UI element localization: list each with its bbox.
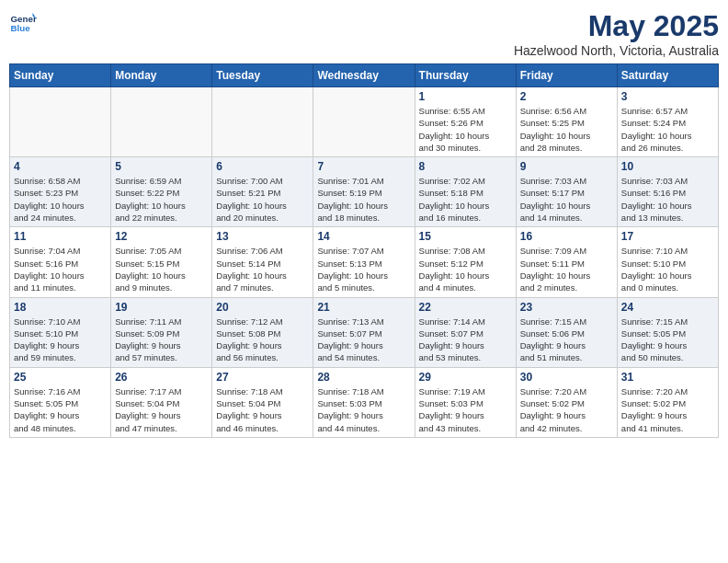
day-number: 22 (419, 301, 512, 314)
calendar-cell: 16Sunrise: 7:09 AMSunset: 5:11 PMDayligh… (516, 227, 617, 297)
day-info: Sunrise: 7:18 AMSunset: 5:03 PMDaylight:… (317, 385, 410, 434)
calendar-week-4: 18Sunrise: 7:10 AMSunset: 5:10 PMDayligh… (10, 297, 719, 367)
calendar-cell: 14Sunrise: 7:07 AMSunset: 5:13 PMDayligh… (313, 227, 415, 297)
day-number: 31 (621, 371, 714, 384)
calendar-week-3: 11Sunrise: 7:04 AMSunset: 5:16 PMDayligh… (10, 227, 719, 297)
day-number: 28 (317, 371, 410, 384)
day-number: 29 (419, 371, 512, 384)
weekday-monday: Monday (111, 64, 212, 87)
day-number: 18 (14, 301, 107, 314)
day-info: Sunrise: 7:09 AMSunset: 5:11 PMDaylight:… (520, 245, 613, 293)
calendar-cell (313, 87, 415, 157)
day-number: 8 (419, 160, 512, 173)
day-info: Sunrise: 7:03 AMSunset: 5:17 PMDaylight:… (520, 175, 613, 224)
calendar-cell: 12Sunrise: 7:05 AMSunset: 5:15 PMDayligh… (111, 227, 212, 297)
calendar-cell: 11Sunrise: 7:04 AMSunset: 5:16 PMDayligh… (10, 227, 111, 297)
calendar-cell: 10Sunrise: 7:03 AMSunset: 5:16 PMDayligh… (617, 157, 718, 227)
svg-text:Blue: Blue (11, 23, 31, 33)
day-info: Sunrise: 7:04 AMSunset: 5:16 PMDaylight:… (14, 245, 107, 293)
day-number: 30 (520, 371, 613, 384)
day-info: Sunrise: 7:03 AMSunset: 5:16 PMDaylight:… (621, 175, 714, 224)
day-info: Sunrise: 7:16 AMSunset: 5:05 PMDaylight:… (14, 385, 107, 434)
calendar-cell: 19Sunrise: 7:11 AMSunset: 5:09 PMDayligh… (111, 297, 212, 367)
calendar-cell (10, 87, 111, 157)
day-number: 26 (115, 371, 208, 384)
calendar-week-5: 25Sunrise: 7:16 AMSunset: 5:05 PMDayligh… (10, 367, 719, 437)
day-info: Sunrise: 6:56 AMSunset: 5:25 PMDaylight:… (520, 105, 613, 154)
day-number: 3 (621, 90, 714, 103)
day-info: Sunrise: 7:02 AMSunset: 5:18 PMDaylight:… (419, 175, 512, 224)
calendar-cell: 26Sunrise: 7:17 AMSunset: 5:04 PMDayligh… (111, 367, 212, 437)
day-info: Sunrise: 7:19 AMSunset: 5:03 PMDaylight:… (419, 385, 512, 434)
day-number: 16 (520, 230, 613, 243)
day-number: 17 (621, 230, 714, 243)
day-info: Sunrise: 7:18 AMSunset: 5:04 PMDaylight:… (216, 385, 309, 434)
day-number: 23 (520, 301, 613, 314)
calendar-cell: 13Sunrise: 7:06 AMSunset: 5:14 PMDayligh… (212, 227, 313, 297)
calendar-body: 1Sunrise: 6:55 AMSunset: 5:26 PMDaylight… (10, 87, 719, 438)
day-info: Sunrise: 7:12 AMSunset: 5:08 PMDaylight:… (216, 316, 309, 364)
weekday-header-row: SundayMondayTuesdayWednesdayThursdayFrid… (10, 64, 719, 87)
weekday-friday: Friday (516, 64, 617, 87)
day-number: 1 (419, 90, 512, 103)
calendar-cell: 29Sunrise: 7:19 AMSunset: 5:03 PMDayligh… (415, 367, 516, 437)
day-info: Sunrise: 7:15 AMSunset: 5:06 PMDaylight:… (520, 316, 613, 364)
weekday-saturday: Saturday (617, 64, 718, 87)
calendar-cell: 20Sunrise: 7:12 AMSunset: 5:08 PMDayligh… (212, 297, 313, 367)
logo: General Blue (9, 9, 37, 37)
calendar-cell: 27Sunrise: 7:18 AMSunset: 5:04 PMDayligh… (212, 367, 313, 437)
day-info: Sunrise: 7:11 AMSunset: 5:09 PMDaylight:… (115, 316, 208, 364)
day-info: Sunrise: 6:59 AMSunset: 5:22 PMDaylight:… (115, 175, 208, 224)
calendar-cell: 21Sunrise: 7:13 AMSunset: 5:07 PMDayligh… (313, 297, 415, 367)
weekday-thursday: Thursday (415, 64, 516, 87)
calendar-cell: 1Sunrise: 6:55 AMSunset: 5:26 PMDaylight… (415, 87, 516, 157)
page-header: General Blue May 2025 Hazelwood North, V… (9, 9, 719, 58)
title-area: May 2025 Hazelwood North, Victoria, Aust… (514, 9, 719, 58)
day-info: Sunrise: 7:13 AMSunset: 5:07 PMDaylight:… (317, 316, 410, 364)
day-info: Sunrise: 7:05 AMSunset: 5:15 PMDaylight:… (115, 245, 208, 293)
day-number: 13 (216, 230, 309, 243)
day-number: 4 (14, 160, 107, 173)
day-info: Sunrise: 7:20 AMSunset: 5:02 PMDaylight:… (621, 385, 714, 434)
day-info: Sunrise: 7:07 AMSunset: 5:13 PMDaylight:… (317, 245, 410, 293)
day-number: 15 (419, 230, 512, 243)
day-number: 2 (520, 90, 613, 103)
day-info: Sunrise: 7:17 AMSunset: 5:04 PMDaylight:… (115, 385, 208, 434)
day-number: 25 (14, 371, 107, 384)
calendar-cell: 6Sunrise: 7:00 AMSunset: 5:21 PMDaylight… (212, 157, 313, 227)
calendar-week-1: 1Sunrise: 6:55 AMSunset: 5:26 PMDaylight… (10, 87, 719, 157)
month-year-title: May 2025 (514, 9, 719, 43)
day-number: 21 (317, 301, 410, 314)
day-number: 10 (621, 160, 714, 173)
logo-icon: General Blue (9, 9, 37, 37)
day-info: Sunrise: 7:20 AMSunset: 5:02 PMDaylight:… (520, 385, 613, 434)
day-info: Sunrise: 7:00 AMSunset: 5:21 PMDaylight:… (216, 175, 309, 224)
calendar-cell: 23Sunrise: 7:15 AMSunset: 5:06 PMDayligh… (516, 297, 617, 367)
day-number: 19 (115, 301, 208, 314)
day-info: Sunrise: 6:58 AMSunset: 5:23 PMDaylight:… (14, 175, 107, 224)
calendar-cell: 28Sunrise: 7:18 AMSunset: 5:03 PMDayligh… (313, 367, 415, 437)
calendar-cell (111, 87, 212, 157)
calendar-cell: 30Sunrise: 7:20 AMSunset: 5:02 PMDayligh… (516, 367, 617, 437)
day-number: 9 (520, 160, 613, 173)
calendar-cell: 7Sunrise: 7:01 AMSunset: 5:19 PMDaylight… (313, 157, 415, 227)
day-info: Sunrise: 7:15 AMSunset: 5:05 PMDaylight:… (621, 316, 714, 364)
weekday-wednesday: Wednesday (313, 64, 415, 87)
day-info: Sunrise: 7:06 AMSunset: 5:14 PMDaylight:… (216, 245, 309, 293)
day-number: 14 (317, 230, 410, 243)
weekday-tuesday: Tuesday (212, 64, 313, 87)
day-info: Sunrise: 6:57 AMSunset: 5:24 PMDaylight:… (621, 105, 714, 154)
day-info: Sunrise: 7:10 AMSunset: 5:10 PMDaylight:… (14, 316, 107, 364)
day-info: Sunrise: 6:55 AMSunset: 5:26 PMDaylight:… (419, 105, 512, 154)
calendar-table: SundayMondayTuesdayWednesdayThursdayFrid… (9, 63, 719, 438)
day-number: 20 (216, 301, 309, 314)
day-number: 5 (115, 160, 208, 173)
calendar-cell: 17Sunrise: 7:10 AMSunset: 5:10 PMDayligh… (617, 227, 718, 297)
calendar-cell: 9Sunrise: 7:03 AMSunset: 5:17 PMDaylight… (516, 157, 617, 227)
calendar-cell: 25Sunrise: 7:16 AMSunset: 5:05 PMDayligh… (10, 367, 111, 437)
day-number: 24 (621, 301, 714, 314)
day-number: 12 (115, 230, 208, 243)
calendar-cell: 22Sunrise: 7:14 AMSunset: 5:07 PMDayligh… (415, 297, 516, 367)
calendar-cell: 8Sunrise: 7:02 AMSunset: 5:18 PMDaylight… (415, 157, 516, 227)
calendar-cell: 5Sunrise: 6:59 AMSunset: 5:22 PMDaylight… (111, 157, 212, 227)
